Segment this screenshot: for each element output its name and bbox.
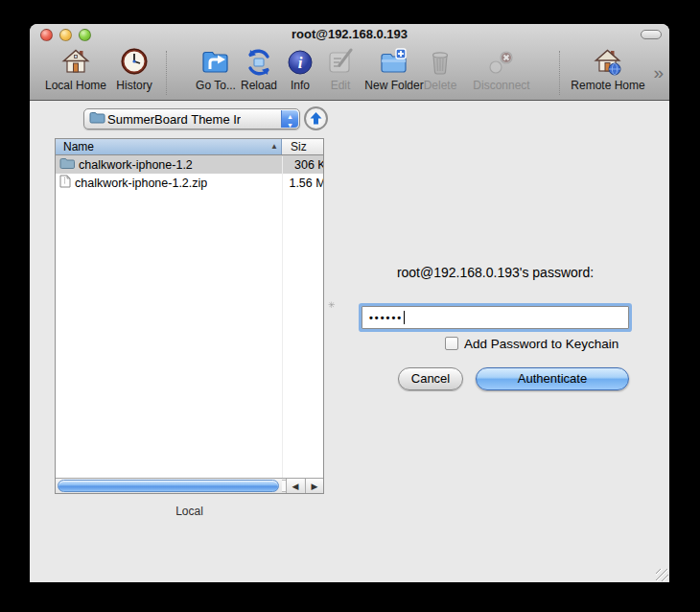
window-chrome: root@192.168.0.193 Local Home <box>30 24 669 101</box>
folder-icon <box>59 157 75 173</box>
toolbar-item-label: History <box>109 79 159 92</box>
info-icon: i <box>279 47 321 80</box>
disconnect-icon <box>467 47 536 80</box>
toolbar-item-info[interactable]: i Info <box>279 47 321 99</box>
toolbar-item-label: Edit <box>321 79 360 92</box>
horizontal-scrollbar[interactable]: ◀ ▶ <box>56 478 323 493</box>
toolbar-item-label: Remote Home <box>567 79 649 92</box>
toolbar-item-edit: Edit <box>321 47 360 99</box>
toolbar-item-label: Info <box>279 79 321 92</box>
toolbar-overflow-chevron[interactable]: » <box>653 62 664 83</box>
edit-icon <box>321 47 360 80</box>
window-title: root@192.168.0.193 <box>30 27 669 41</box>
toolbar-item-label: Local Home <box>37 79 114 92</box>
resize-grip[interactable] <box>656 569 668 581</box>
titlebar[interactable]: root@192.168.0.193 <box>30 24 669 45</box>
toolbar-item-label: Reload <box>233 79 285 92</box>
authenticate-button[interactable]: Authenticate <box>476 367 629 390</box>
trash-icon <box>417 47 463 80</box>
toolbar-item-label: Delete <box>417 79 463 92</box>
password-prompt-label: root@192.168.0.193's password: <box>362 265 629 280</box>
file-name: chalkwork-iphone-1.2 <box>79 158 193 172</box>
keychain-checkbox[interactable] <box>445 337 458 350</box>
reload-icon <box>233 47 285 80</box>
window-content: SummerBoard Theme Ir ▲▼ Name ▲ Siz <box>30 101 669 582</box>
toolbar-toggle-button[interactable] <box>641 30 662 39</box>
scroll-left-button[interactable]: ◀ <box>286 479 304 494</box>
column-divider <box>282 156 283 478</box>
toolbar-item-delete: Delete <box>417 47 463 99</box>
password-masked-value: •••••• <box>362 312 403 323</box>
toolbar-item-local-home[interactable]: Local Home <box>37 47 114 99</box>
table-row[interactable]: chalkwork-iphone-1.2 306 KB <box>56 155 323 174</box>
sort-ascending-icon: ▲ <box>270 142 278 151</box>
keychain-checkbox-label: Add Password to Keychain <box>464 337 618 351</box>
keychain-checkbox-row: Add Password to Keychain <box>445 336 618 351</box>
screenshot-background: root@192.168.0.193 Local Home <box>0 0 700 612</box>
cancel-button[interactable]: Cancel <box>398 367 463 390</box>
zip-file-icon <box>59 175 71 191</box>
list-header: Name ▲ Siz <box>56 139 323 155</box>
svg-text:i: i <box>298 54 303 72</box>
column-header-size[interactable]: Siz <box>282 139 323 155</box>
remote-home-icon <box>567 47 649 80</box>
column-header-name[interactable]: Name ▲ <box>56 139 282 155</box>
toolbar-item-reload[interactable]: Reload <box>233 47 285 99</box>
folder-icon <box>89 110 105 128</box>
toolbar-item-history[interactable]: History <box>109 47 159 99</box>
password-input[interactable]: •••••• <box>362 306 629 329</box>
toolbar: Local Home History <box>30 45 669 101</box>
toolbar-item-label: Disconnect <box>467 79 536 92</box>
up-arrow-icon <box>309 111 323 126</box>
table-row[interactable]: chalkwork-iphone-1.2.zip 1.56 MB <box>56 174 323 192</box>
local-home-icon <box>37 47 114 80</box>
file-size: 1.56 MB <box>257 177 323 190</box>
toolbar-item-remote-home[interactable]: Remote Home <box>567 47 649 99</box>
toolbar-separator <box>166 51 167 95</box>
scrollbar-thumb[interactable] <box>58 480 279 492</box>
text-cursor <box>404 311 405 324</box>
parent-directory-button[interactable] <box>304 106 328 130</box>
pane-label-local: Local <box>55 505 324 518</box>
popup-stepper-icon: ▲▼ <box>281 110 298 128</box>
toolbar-separator <box>559 51 560 95</box>
file-name: chalkwork-iphone-1.2.zip <box>75 177 207 190</box>
local-file-list: Name ▲ Siz chalkwork-iphone-1.2 306 KB <box>55 138 324 494</box>
app-window: root@192.168.0.193 Local Home <box>30 24 669 582</box>
scroll-right-button[interactable]: ▶ <box>305 479 323 494</box>
history-icon <box>109 47 159 80</box>
toolbar-item-disconnect: Disconnect <box>467 47 536 99</box>
cursor-artifact: ✳ <box>328 300 336 310</box>
path-popup-value: SummerBoard Theme Ir <box>107 112 241 127</box>
path-popup-button[interactable]: SummerBoard Theme Ir ▲▼ <box>83 108 300 129</box>
file-size: 306 KB <box>257 158 323 172</box>
